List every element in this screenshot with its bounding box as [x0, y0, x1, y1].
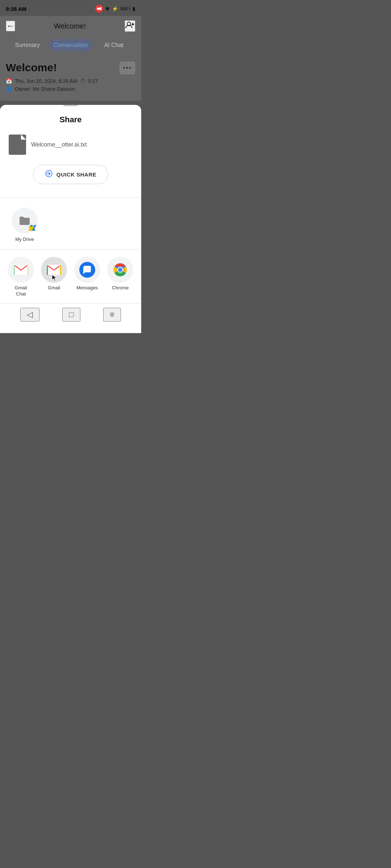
messages-icon	[79, 262, 95, 278]
meeting-date: Thu, Jun 20, 2024, 8:28 AM	[15, 78, 77, 84]
tab-conversation[interactable]: Conversation	[49, 39, 92, 51]
record-icon	[95, 5, 103, 13]
svg-rect-0	[97, 8, 100, 10]
more-options-button[interactable]: •••	[119, 61, 135, 75]
meeting-meta: 📅 Thu, Jun 20, 2024, 8:28 AM ⏱ 0:27 👤 Ow…	[6, 78, 98, 92]
gdrive-logo	[29, 225, 37, 233]
bottom-sheet: Share Welcome__otter.ai.txt QUICK SHARE	[0, 105, 141, 333]
gmail-chat-icon	[13, 262, 29, 278]
app-title: Welcome!	[54, 22, 86, 30]
drive-section: My Drive	[0, 202, 141, 245]
owner-icon: 👤	[6, 86, 12, 92]
divider-1	[0, 197, 141, 197]
share-section: Share Welcome__otter.ai.txt QUICK SHARE	[0, 109, 141, 193]
quick-share-icon	[45, 170, 53, 179]
tabs-row: Summary Conversation AI Chat	[0, 36, 141, 54]
chrome-icon	[112, 262, 128, 278]
status-time: 9:38 AM	[6, 6, 26, 12]
gmail-chat-icon-wrap	[8, 257, 34, 283]
nav-home-button[interactable]: □	[62, 308, 80, 322]
drive-item-my-drive[interactable]: My Drive	[9, 208, 41, 242]
nav-menu-button[interactable]: ≡	[103, 308, 121, 322]
quick-share-button[interactable]: QUICK SHARE	[33, 165, 109, 184]
gmail-chat-label: GmailChat	[15, 285, 27, 297]
battery-icon: ▮	[133, 6, 135, 12]
app-item-gmail-chat[interactable]: GmailChat	[6, 257, 36, 297]
messages-icon-wrap	[74, 257, 100, 283]
drag-handle	[63, 105, 78, 106]
bluetooth-icon: ✱	[105, 6, 110, 12]
chrome-icon-wrap	[107, 257, 133, 283]
meeting-date-row: 📅 Thu, Jun 20, 2024, 8:28 AM ⏱ 0:27	[6, 78, 98, 84]
nav-bar: ◁ □ ≡	[0, 303, 141, 326]
gmail-icon	[46, 262, 62, 278]
back-button[interactable]: ←	[6, 21, 15, 31]
file-icon	[9, 135, 26, 155]
meeting-owner-row: 👤 Owner: Ms Shane Dawson	[6, 86, 98, 92]
svg-marker-1	[100, 7, 101, 10]
calendar-icon: 📅	[6, 78, 12, 84]
svg-point-16	[118, 268, 122, 272]
tab-ai-chat[interactable]: AI Chat	[92, 39, 135, 51]
tab-summary[interactable]: Summary	[6, 39, 49, 51]
gmail-label: Gmail	[48, 285, 60, 291]
divider-2	[0, 249, 141, 250]
meeting-title: Welcome!	[6, 61, 98, 74]
wifi-icon: WiFi	[120, 6, 130, 12]
meeting-duration: 0:27	[88, 78, 98, 84]
app-item-gmail[interactable]: Gmail	[39, 257, 70, 291]
file-name: Welcome__otter.ai.txt	[31, 141, 87, 148]
status-icons: ✱ ⚡ WiFi ▮	[95, 5, 135, 13]
clock-icon: ⏱	[80, 78, 85, 84]
chrome-label: Chrome	[112, 285, 129, 291]
drive-icon-wrap	[12, 208, 38, 234]
apps-section: GmailChat Gmail	[0, 254, 141, 303]
meeting-info: Welcome! 📅 Thu, Jun 20, 2024, 8:28 AM ⏱ …	[0, 54, 141, 101]
flash-icon: ⚡	[112, 6, 118, 12]
nav-back-button[interactable]: ◁	[20, 308, 39, 322]
app-item-messages[interactable]: Messages	[72, 257, 102, 291]
status-bar: 9:38 AM ✱ ⚡ WiFi ▮	[0, 0, 141, 16]
gmail-icon-wrap	[41, 257, 67, 283]
add-person-button[interactable]	[125, 20, 135, 32]
share-title: Share	[9, 115, 133, 124]
app-bar: ← Welcome!	[0, 16, 141, 36]
messages-label: Messages	[76, 285, 98, 291]
drive-label: My Drive	[15, 237, 34, 242]
file-row: Welcome__otter.ai.txt	[9, 132, 133, 158]
app-item-chrome[interactable]: Chrome	[105, 257, 136, 291]
meeting-owner: Owner: Ms Shane Dawson	[15, 86, 75, 92]
quick-share-label: QUICK SHARE	[56, 171, 97, 178]
